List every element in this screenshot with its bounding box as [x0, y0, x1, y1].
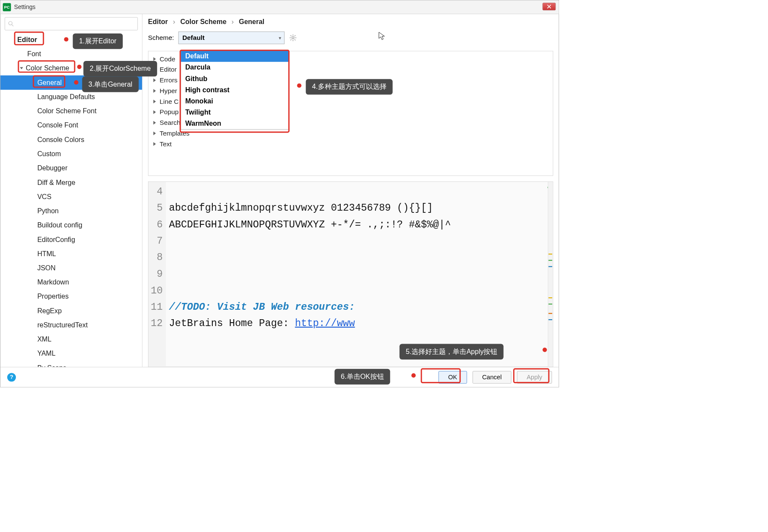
tree-color-scheme[interactable]: Color Scheme: [0, 61, 142, 76]
gutter: 456789101112: [148, 182, 166, 367]
code-area: abcdefghijklmnopqrstuvwxyz 0123456789 ()…: [166, 182, 553, 367]
settings-window: PC Settings Editor Font Color Scheme Gen…: [0, 0, 559, 387]
chevron-right-icon: [153, 121, 156, 125]
tree-item[interactable]: Properties: [0, 290, 142, 304]
chevron-right-icon: [153, 57, 156, 61]
scheme-option-github[interactable]: Github: [181, 73, 288, 84]
tree-general[interactable]: General: [0, 76, 142, 90]
tree-item[interactable]: Console Colors: [0, 133, 142, 147]
chevron-right-icon: [153, 100, 156, 103]
crumb-color-scheme[interactable]: Color Scheme: [180, 18, 227, 25]
scheme-option-darcula[interactable]: Darcula: [181, 62, 288, 73]
apply-button[interactable]: Apply: [517, 371, 552, 384]
sidebar: Editor Font Color Scheme General Languag…: [0, 14, 142, 367]
svg-line-1: [12, 24, 14, 26]
tree-item[interactable]: JSON: [0, 261, 142, 275]
tree-editor[interactable]: Editor: [0, 33, 142, 47]
help-button[interactable]: ?: [7, 373, 16, 381]
error-stripe: [548, 182, 553, 367]
scheme-label: Scheme:: [148, 34, 174, 41]
scheme-option-monokai[interactable]: Monokai: [181, 96, 288, 107]
chevron-right-icon: [153, 131, 156, 135]
tree-item[interactable]: Buildout config: [0, 218, 142, 233]
chevron-down-icon: ▾: [279, 35, 281, 40]
main-panel: Editor › Color Scheme › General Scheme: …: [142, 14, 559, 367]
svg-line-10: [290, 39, 291, 40]
chevron-right-icon: [153, 68, 156, 72]
tree-item[interactable]: Python: [0, 204, 142, 218]
tree-item[interactable]: reStructuredText: [0, 318, 142, 332]
tree-item[interactable]: EditorConfig: [0, 233, 142, 247]
cancel-button[interactable]: Cancel: [472, 371, 511, 384]
tree-item[interactable]: XML: [0, 332, 142, 347]
cursor-icon: [378, 32, 385, 40]
scheme-option-default[interactable]: Default: [181, 51, 288, 62]
tree-item[interactable]: Diff & Merge: [0, 175, 142, 190]
svg-point-2: [292, 37, 294, 39]
svg-line-7: [290, 35, 291, 36]
svg-point-0: [9, 21, 12, 25]
tree-item[interactable]: YAML: [0, 347, 142, 361]
chevron-right-icon: [153, 110, 156, 114]
tree-item[interactable]: HTML: [0, 247, 142, 261]
scheme-value: Default: [182, 34, 205, 41]
close-button[interactable]: [543, 3, 556, 10]
crumb-general: General: [239, 18, 265, 25]
svg-line-8: [294, 39, 295, 40]
tree-item[interactable]: Color Scheme Font: [0, 104, 142, 118]
close-icon: [547, 4, 551, 9]
chevron-right-icon: [153, 89, 156, 93]
settings-tree: Editor Font Color Scheme General Languag…: [0, 33, 142, 367]
scheme-select[interactable]: Default ▾: [178, 32, 285, 44]
tree-item[interactable]: By Scope: [0, 361, 142, 367]
chevron-right-icon: ›: [232, 18, 234, 25]
chevron-right-icon: ›: [173, 18, 175, 25]
scheme-option-warmneon[interactable]: WarmNeon: [181, 118, 288, 129]
svg-line-9: [294, 35, 295, 36]
cat-templates[interactable]: Templates: [148, 128, 553, 139]
footer: ? OK Cancel Apply: [0, 367, 559, 387]
tree-item[interactable]: VCS: [0, 190, 142, 204]
chevron-right-icon: [153, 142, 156, 146]
search-input[interactable]: [5, 17, 138, 30]
crumb-editor[interactable]: Editor: [148, 18, 168, 25]
tree-item[interactable]: Markdown: [0, 275, 142, 290]
scheme-option-high-contrast[interactable]: High contrast: [181, 85, 288, 96]
chevron-right-icon: [153, 79, 156, 82]
tree-font[interactable]: Font: [0, 47, 142, 61]
preview-editor: 456789101112 abcdefghijklmnopqrstuvwxyz …: [148, 181, 553, 367]
app-icon: PC: [3, 3, 11, 11]
cat-text[interactable]: Text: [148, 139, 553, 149]
tree-item[interactable]: Language Defaults: [0, 90, 142, 104]
titlebar: PC Settings: [0, 0, 559, 14]
breadcrumb: Editor › Color Scheme › General: [142, 14, 559, 30]
ok-button[interactable]: OK: [438, 371, 467, 384]
tree-item[interactable]: Debugger: [0, 161, 142, 175]
scheme-option-twilight[interactable]: Twilight: [181, 107, 288, 118]
search-icon: [8, 21, 14, 27]
tree-item[interactable]: RegExp: [0, 304, 142, 318]
tree-item[interactable]: Custom: [0, 147, 142, 161]
gear-icon[interactable]: [289, 34, 297, 42]
window-title: Settings: [14, 3, 36, 10]
scheme-dropdown[interactable]: Default Darcula Github High contrast Mon…: [181, 50, 289, 130]
tree-item[interactable]: Console Font: [0, 118, 142, 133]
